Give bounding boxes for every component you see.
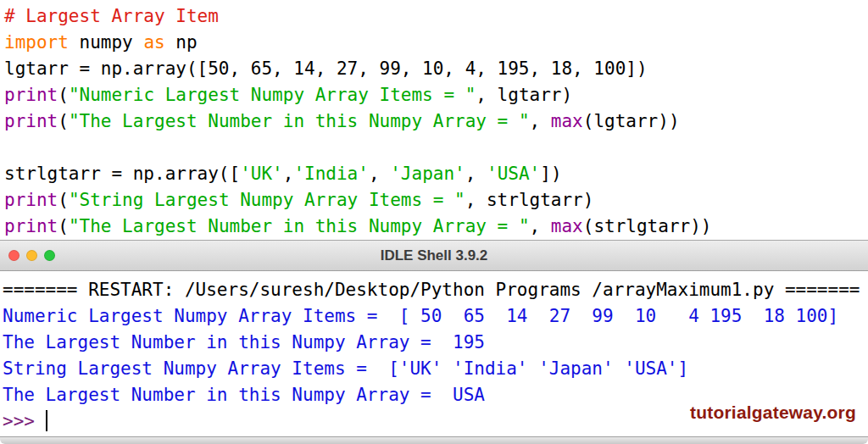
screen: # Largest Array Itemimport numpy as nplg… [0,0,868,444]
code-token: ( [58,85,69,105]
code-token: The Largest Number in this Numpy Array =… [3,332,485,352]
code-token: The Largest Number in this Numpy Array =… [3,385,485,405]
code-token: , [530,216,551,236]
watermark: tutorialgateway.org [690,402,856,423]
code-line: lgtarr = np.array([50, 65, 14, 27, 99, 1… [4,56,868,82]
code-editor[interactable]: # Largest Array Itemimport numpy as nplg… [0,0,868,240]
window-bottom-edge [0,436,868,444]
code-token: 'Japan' [390,164,465,184]
code-token: "The Largest Number in this Numpy Array … [69,111,530,131]
minimize-button[interactable] [26,250,37,261]
code-token: , lgtarr) [476,85,572,105]
code-token: (strlgtarr)) [583,216,712,236]
text-cursor [46,410,47,431]
code-token: , [530,111,551,131]
code-token: "String Largest Numpy Array Items = " [69,190,465,210]
code-token: ( [58,216,69,236]
code-token: , [369,164,390,184]
editor-code: # Largest Array Itemimport numpy as nplg… [4,3,868,240]
code-token: ( [58,111,69,131]
code-token: , [465,164,487,184]
code-line: strlgtarr = np.array(['UK','India', 'Jap… [4,161,868,187]
code-token: 'India' [293,164,369,184]
shell-titlebar[interactable]: IDLE Shell 3.9.2 [0,240,868,271]
zoom-button[interactable] [44,250,55,261]
code-token: String Largest Numpy Array Items = ['UK'… [3,358,688,379]
window-title: IDLE Shell 3.9.2 [0,247,868,264]
code-line: # Largest Array Item [4,3,868,30]
code-line: print("String Largest Numpy Array Items … [4,187,868,214]
code-token: lgtarr = np.array([50, 65, 14, 27, 99, 1… [4,58,648,79]
code-token: max [551,111,583,131]
code-token: ======= RESTART: /Users/suresh/Desktop/P… [3,280,860,300]
code-line: print("The Largest Number in this Numpy … [4,108,868,135]
code-token: print [4,85,58,105]
code-token: (lgtarr)) [583,111,680,131]
code-line: print("The Largest Number in this Numpy … [4,214,868,240]
code-token: np [165,32,198,53]
code-token: max [551,216,583,236]
code-token: as [143,32,164,53]
code-token: print [4,190,58,210]
code-line: The Largest Number in this Numpy Array =… [3,330,868,356]
code-token: , [283,164,294,184]
code-token: , strlgtarr) [465,190,594,210]
code-token: # Largest Array Item [4,6,219,26]
code-token: print [4,111,58,131]
code-token: "The Largest Number in this Numpy Array … [69,216,530,236]
code-token: >>> [3,411,46,431]
code-token: Numeric Largest Numpy Array Items = [ 50… [3,306,838,326]
code-token: ]) [540,164,561,184]
window-controls [8,241,55,270]
code-token: "Numeric Largest Numpy Array Items = " [69,85,476,105]
shell-window[interactable]: ======= RESTART: /Users/suresh/Desktop/P… [0,271,868,436]
code-token: 'USA' [487,164,540,184]
code-token: 'UK' [240,164,283,184]
code-token: strlgtarr = np.array([ [4,164,240,184]
code-token: ( [58,190,69,210]
code-line: import numpy as np [4,30,868,56]
code-line: Numeric Largest Numpy Array Items = [ 50… [3,303,868,330]
code-line [4,135,868,161]
close-button[interactable] [8,250,19,261]
code-line: ======= RESTART: /Users/suresh/Desktop/P… [3,277,868,303]
code-line: String Largest Numpy Array Items = ['UK'… [3,356,868,382]
code-line: print("Numeric Largest Numpy Array Items… [4,82,868,108]
code-token: print [4,216,58,236]
code-token: numpy [69,32,144,53]
code-token: import [4,32,69,53]
